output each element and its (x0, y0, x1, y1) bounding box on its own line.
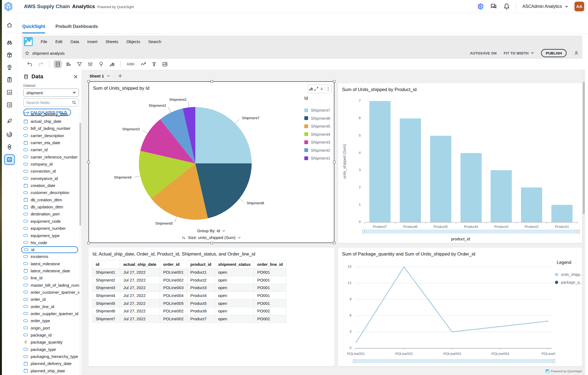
field-item-db_updation_dttm[interactable]: db_updation_dttm (17, 203, 79, 210)
tab-quicksight[interactable]: QuickSight (22, 24, 45, 33)
field-item-equipment_number[interactable]: equipment_number (17, 225, 79, 232)
legend-entry-units_shipp[interactable]: units_shipp... (555, 270, 583, 279)
analysis-name[interactable]: shipment analysis (32, 51, 65, 56)
field-item-equipment_type[interactable]: equipment_type (17, 232, 79, 239)
autosave-status[interactable]: AUTOSAVE ON (470, 51, 497, 55)
account-menu[interactable]: ASCAdmin Analytics (522, 4, 568, 9)
search-icon[interactable] (72, 100, 76, 105)
menu-item-search[interactable]: Search (144, 39, 165, 44)
pie-chart-visual[interactable]: Sum of Units_shipped by Id Id Shipment7S… (88, 81, 334, 243)
resize-handle[interactable] (210, 80, 213, 83)
pie-slice-Shipment7[interactable] (195, 107, 252, 163)
table-row[interactable]: Shipment7Jul 27, 2022POLine002Product7op… (92, 315, 286, 323)
table-row[interactable]: Shipment3Jul 27, 2022POLine003Product3op… (92, 284, 286, 292)
menu-item-objects[interactable]: Objects (122, 39, 144, 44)
sheet-tab[interactable]: Sheet 1 (90, 74, 104, 78)
field-item-bill_of_lading_number[interactable]: bill_of_lading_number (17, 125, 79, 132)
field-item-packaging_hierarchy_type[interactable]: packaging_hierarchy_type (17, 353, 79, 360)
feedback-chat-icon[interactable] (490, 3, 497, 10)
bar-Product4[interactable] (461, 153, 482, 222)
add-line-icon[interactable] (139, 60, 147, 68)
add-sheet-icon[interactable] (118, 73, 123, 78)
resize-handle[interactable] (333, 242, 335, 244)
line-series-units_shipp[interactable] (356, 267, 548, 343)
table-row[interactable]: Shipment5Jul 27, 2022POLine005Product5op… (92, 299, 286, 307)
slider-handle[interactable] (353, 359, 355, 363)
add-text-icon[interactable]: T (150, 60, 158, 68)
clipboard-icon[interactable] (6, 77, 13, 83)
field-item-package_type[interactable]: package_type (17, 346, 79, 353)
avatar[interactable]: AA (574, 2, 584, 11)
package-icon[interactable] (6, 52, 13, 58)
bar-Product5[interactable] (430, 136, 451, 222)
leaf-icon[interactable] (6, 118, 13, 124)
bar-Product1[interactable] (551, 205, 573, 222)
location-pin-icon[interactable] (6, 64, 13, 71)
binoculars-icon[interactable] (6, 39, 13, 46)
field-item-customer_description[interactable]: customer_description (17, 189, 79, 196)
field-item-db_creation_dttm[interactable]: db_creation_dttm (17, 196, 79, 203)
resize-handle[interactable] (333, 161, 335, 163)
slider-handle[interactable] (578, 229, 580, 234)
field-item-incoterms[interactable]: incoterms (17, 253, 79, 260)
maximize-icon[interactable] (314, 86, 319, 91)
bar-Product6[interactable] (400, 118, 421, 222)
legend-entry-package_q[interactable]: package_q... (555, 279, 583, 287)
sheet-chevron-down-icon[interactable] (107, 74, 110, 78)
field-item-order_customer_tpartner_id[interactable]: order_customer_tpartner_id (17, 289, 79, 296)
table-visual[interactable]: Id, Actual_ship_date, Order_id, Product_… (88, 248, 334, 366)
menu-item-sheets[interactable]: Sheets (101, 39, 122, 44)
line-chart[interactable] (355, 265, 552, 351)
line-x-range-slider[interactable] (353, 359, 555, 363)
format-visual-icon[interactable] (308, 86, 313, 91)
notifications-bell-icon[interactable] (503, 3, 510, 10)
field-item-creation_date[interactable]: creation_date (17, 182, 79, 189)
field-item-carrier_eta_date[interactable]: carrier_eta_date (17, 139, 79, 146)
field-item-id[interactable]: id (21, 246, 78, 253)
table-row[interactable]: Shipment4Jul 27, 2022POLine004Product4op… (92, 292, 286, 299)
menu-item-edit[interactable]: Edit (51, 39, 66, 44)
bar-Product2[interactable] (521, 188, 542, 222)
column-header-product_id[interactable]: product_id (187, 260, 215, 269)
field-item-actual_ship_date[interactable]: actual_ship_date (17, 118, 79, 125)
dataset-select[interactable]: shipment (23, 89, 79, 97)
field-item-equipment_code[interactable]: equipment_code (17, 218, 79, 225)
field-item-order_id[interactable]: order_id (17, 296, 79, 303)
field-item-latest_milestone_date[interactable]: latest_milestone_date (17, 267, 79, 274)
redo-icon[interactable] (37, 60, 45, 68)
field-item-company_id[interactable]: company_id (17, 160, 79, 167)
field-item-conveyance_id[interactable]: conveyance_id (17, 175, 79, 182)
home-icon[interactable] (6, 22, 13, 28)
insights-icon[interactable] (97, 60, 105, 68)
field-item-actual_delivery_date[interactable]: actual_delivery_date (17, 111, 79, 118)
group-by-control[interactable]: Group By: id (89, 228, 334, 233)
line-chart-visual[interactable]: Sum of Package_quantity and Sum of Units… (338, 248, 583, 366)
share-person-icon[interactable] (574, 50, 579, 56)
field-item-line_id[interactable]: line_id (17, 274, 79, 282)
menu-item-data[interactable]: Data (66, 39, 83, 44)
field-item-order_type[interactable]: order_type (17, 317, 79, 324)
resize-handle[interactable] (87, 80, 90, 83)
bar-Product3[interactable] (491, 170, 512, 222)
field-item-origin_port[interactable]: origin_port (17, 324, 79, 331)
column-header-id[interactable]: id (92, 260, 120, 269)
close-icon[interactable] (73, 74, 78, 79)
field-item-master_bill_of_lading_number[interactable]: master_bill_of_lading_number (17, 282, 79, 289)
column-header-shipment_status[interactable]: shipment_status (215, 260, 254, 269)
table-row[interactable]: Shipment6Jul 27, 2022POLine002Product6op… (92, 307, 286, 315)
fit-to-width-control[interactable]: FIT TO WIDTH (504, 51, 534, 55)
size-control[interactable]: Size: units_shipped (Sum) (89, 235, 334, 240)
menu-options-kebab-icon[interactable] (326, 86, 331, 91)
bar-Product7[interactable] (369, 101, 391, 222)
menu-item-insert[interactable]: Insert (83, 39, 102, 44)
aws-supply-chain-logo-icon[interactable] (3, 1, 14, 12)
field-item-order_line_id[interactable]: order_line_id (17, 303, 79, 310)
field-item-carrier_id[interactable]: carrier_id (17, 146, 79, 153)
field-item-latest_milestone[interactable]: latest_milestone (17, 260, 79, 267)
slider-handle[interactable] (553, 359, 555, 363)
resize-handle[interactable] (87, 161, 90, 163)
format-visual-icon[interactable] (108, 60, 116, 68)
table-row[interactable]: Shipment1Jul 27, 2022POLine001Product1op… (92, 269, 286, 276)
scrollbar-thumb[interactable] (79, 123, 81, 226)
field-item-planned_ship_date[interactable]: planned_ship_date (17, 367, 79, 374)
